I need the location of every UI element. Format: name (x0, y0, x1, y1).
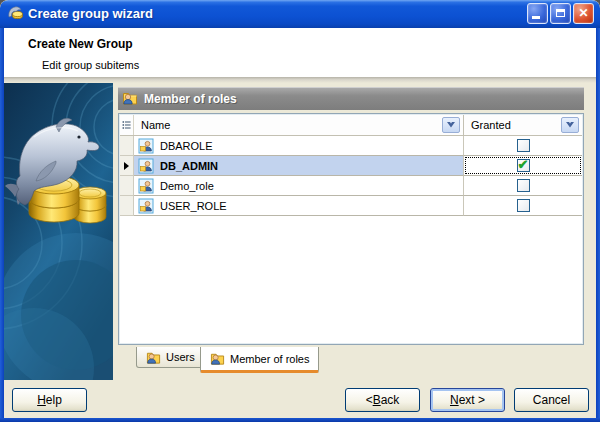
panel-header: Member of roles (118, 87, 584, 110)
user-folder-icon (146, 350, 161, 365)
window-titlebar[interactable]: Create group wizard ✕ (0, 0, 600, 28)
column-label-name: Name (141, 119, 170, 131)
user-folder-icon (210, 351, 225, 366)
tab-label: Member of roles (230, 353, 309, 365)
window-border-left (0, 26, 4, 422)
tab-member-of-roles[interactable]: Member of roles (200, 347, 319, 373)
granted-checkbox[interactable] (517, 199, 530, 212)
close-button[interactable]: ✕ (573, 3, 594, 24)
table-row[interactable]: USER_ROLE (120, 196, 582, 216)
table-row[interactable]: Demo_role (120, 176, 582, 196)
role-name: USER_ROLE (160, 200, 227, 212)
role-icon (138, 198, 154, 214)
name-cell[interactable]: Demo_role (134, 176, 464, 196)
tab-label: Users (166, 351, 195, 363)
role-name: Demo_role (160, 180, 214, 192)
cancel-button[interactable]: Cancel (514, 388, 589, 412)
table-row[interactable]: DB_ADMIN (120, 156, 582, 176)
back-button[interactable]: < Back (345, 388, 420, 412)
dolphin-coins-illustration (4, 83, 113, 380)
row-indicator-cell (120, 136, 134, 156)
close-icon: ✕ (578, 7, 588, 19)
column-header-granted[interactable]: Granted (464, 115, 582, 135)
create-group-wizard-window: Create group wizard ✕ Create New Group E… (0, 0, 600, 422)
role-name: DB_ADMIN (160, 160, 218, 172)
granted-checkbox[interactable] (517, 179, 530, 192)
help-button[interactable]: Help (12, 388, 87, 412)
window-border-bottom (0, 418, 600, 422)
granted-cell[interactable] (464, 176, 582, 196)
granted-cell[interactable] (464, 196, 582, 216)
filter-dropdown-icon (446, 121, 456, 129)
name-filter-dropdown-button[interactable] (442, 117, 460, 133)
maximize-icon (556, 9, 565, 17)
window-border-right (596, 26, 600, 422)
minimize-button[interactable] (527, 3, 548, 24)
wizard-step-title: Create New Group (28, 37, 133, 51)
name-cell[interactable]: DB_ADMIN (134, 156, 464, 176)
granted-cell[interactable] (464, 156, 582, 176)
role-icon (138, 138, 154, 154)
wizard-step-subtitle: Edit group subitems (42, 59, 139, 71)
granted-filter-dropdown-button[interactable] (561, 117, 579, 133)
indicator-grid-icon (122, 120, 131, 130)
granted-cell[interactable] (464, 136, 582, 156)
column-header-name[interactable]: Name (134, 115, 464, 135)
user-folder-icon (122, 90, 138, 108)
tab-users[interactable]: Users (136, 347, 205, 368)
column-label-granted: Granted (471, 119, 511, 131)
granted-checkbox[interactable] (517, 159, 530, 172)
maximize-button[interactable] (550, 3, 571, 24)
row-indicator-cell (120, 176, 134, 196)
name-cell[interactable]: USER_ROLE (134, 196, 464, 216)
name-cell[interactable]: DBAROLE (134, 136, 464, 156)
panel-title: Member of roles (144, 92, 237, 106)
dolphin-app-icon (7, 4, 23, 22)
role-icon (138, 178, 154, 194)
row-indicator-cell (120, 196, 134, 216)
minimize-icon (532, 16, 540, 19)
filter-dropdown-icon (565, 121, 575, 129)
window-title: Create group wizard (28, 6, 527, 21)
roles-grid: Name Granted (118, 113, 584, 345)
wizard-header: Create New Group Edit group subitems (4, 28, 596, 77)
role-name: DBAROLE (160, 140, 213, 152)
grid-header-row: Name Granted (120, 115, 582, 136)
next-button[interactable]: Next > (430, 388, 505, 412)
table-row[interactable]: DBAROLE (120, 136, 582, 156)
role-icon (138, 158, 154, 174)
row-arrow-icon (124, 162, 129, 170)
granted-checkbox[interactable] (517, 139, 530, 152)
row-indicator-header (120, 115, 134, 135)
row-indicator-cell (120, 156, 134, 176)
